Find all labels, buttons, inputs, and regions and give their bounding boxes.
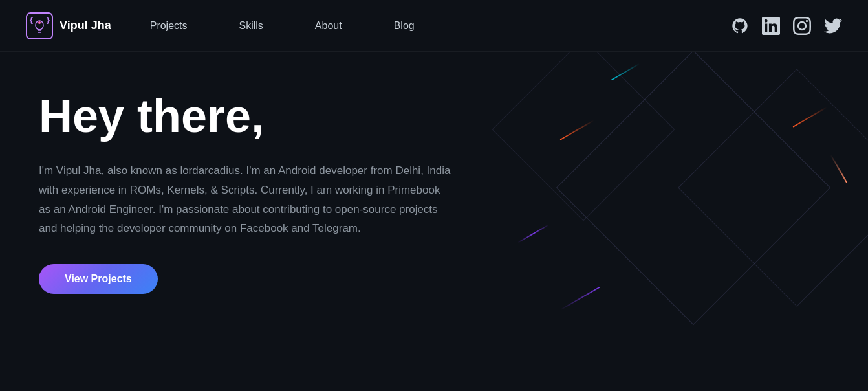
accent-line-6: [830, 155, 848, 183]
nav-link-blog[interactable]: Blog: [394, 20, 415, 32]
logo-text: Vipul Jha: [60, 19, 111, 32]
nav-link-skills[interactable]: Skills: [239, 20, 263, 32]
logo-icon: { }: [26, 12, 53, 39]
linkedin-icon[interactable]: [762, 17, 780, 35]
github-icon[interactable]: [731, 17, 749, 35]
hero-title: Hey there,: [39, 91, 829, 142]
svg-text:{: {: [29, 16, 34, 25]
nav-link-about[interactable]: About: [315, 20, 342, 32]
svg-text:}: }: [46, 16, 50, 25]
nav-link-projects[interactable]: Projects: [150, 20, 188, 32]
accent-line-1: [611, 63, 640, 81]
accent-line-3: [517, 224, 549, 243]
logo-link[interactable]: { } Vipul Jha: [26, 12, 111, 39]
instagram-icon[interactable]: [793, 17, 811, 35]
nav-links: Projects Skills About Blog: [150, 20, 731, 32]
accent-line-4: [560, 287, 600, 311]
twitter-icon[interactable]: [824, 17, 842, 35]
social-icons: [731, 17, 842, 35]
svg-point-6: [38, 21, 41, 24]
cta-button[interactable]: View Projects: [39, 264, 158, 294]
navbar: { } Vipul Jha Projects Skills About Blog: [0, 0, 868, 52]
hero-description: I'm Vipul Jha, also known as lordarcadiu…: [39, 161, 453, 238]
main-content: Hey there, I'm Vipul Jha, also known as …: [0, 52, 868, 391]
